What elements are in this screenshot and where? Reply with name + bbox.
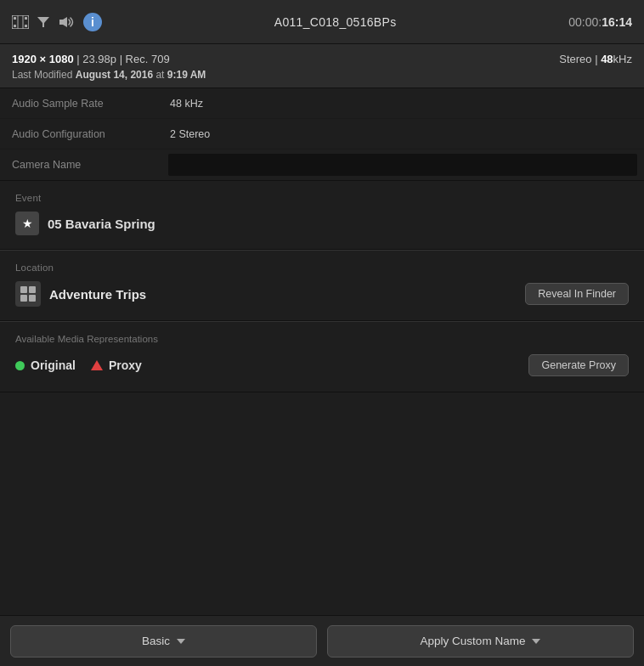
film-icon <box>12 15 29 29</box>
proxy-status-triangle <box>91 360 103 370</box>
audio-sample-rate-value: 48 kHz <box>161 91 644 116</box>
audio-config-value: 2 Stereo <box>161 121 644 147</box>
basic-label: Basic <box>142 635 170 647</box>
table-row: Audio Configuration 2 Stereo <box>0 119 644 150</box>
location-name: Adventure Trips <box>49 287 517 302</box>
camera-name-label: Camera Name <box>0 152 161 178</box>
proxy-label: Proxy <box>109 358 142 372</box>
modified-date: Last Modified August 14, 2016 at 9:19 AM <box>12 69 632 81</box>
bottom-toolbar: Basic Apply Custom Name <box>0 615 644 666</box>
reveal-in-finder-button[interactable]: Reveal In Finder <box>525 283 629 305</box>
info-icon[interactable]: i <box>83 13 102 31</box>
camera-name-field[interactable] <box>168 154 637 176</box>
svg-marker-7 <box>37 17 49 27</box>
location-grid-icon <box>20 286 36 302</box>
clip-specs: 1920 × 1080 | 23.98p | Rec. 709 <box>12 53 170 65</box>
original-label: Original <box>31 358 76 372</box>
svg-rect-4 <box>25 25 27 27</box>
info-card: 1920 × 1080 | 23.98p | Rec. 709 Stereo |… <box>0 44 644 88</box>
custom-name-label: Apply Custom Name <box>421 635 526 647</box>
event-label: Event <box>15 193 629 203</box>
audio-specs: Stereo | 48kHz <box>559 53 632 65</box>
audio-sample-rate-label: Audio Sample Rate <box>0 91 161 116</box>
table-row: Camera Name <box>0 150 644 180</box>
media-item-original: Original <box>15 358 76 372</box>
event-name: 05 Bavaria Spring <box>48 217 155 231</box>
original-status-dot <box>15 361 25 370</box>
location-content: Adventure Trips Reveal In Finder <box>15 281 629 307</box>
event-icon: ★ <box>15 212 39 235</box>
timecode: 00:00:16:14 <box>568 15 632 29</box>
media-item-proxy: Proxy <box>91 358 142 372</box>
basic-button[interactable]: Basic <box>10 625 317 658</box>
media-representations-section: Available Media Representations Original… <box>0 322 644 392</box>
location-section: Location Adventure Trips Reveal In Finde… <box>0 251 644 321</box>
clip-title: A011_C018_0516BPs <box>274 15 397 29</box>
location-label: Location <box>15 262 629 273</box>
filter-icon <box>37 17 49 27</box>
table-row: Audio Sample Rate 48 kHz <box>0 88 644 119</box>
camera-name-input-wrapper <box>161 150 644 179</box>
custom-name-chevron-icon <box>532 639 540 644</box>
svg-rect-2 <box>25 17 27 20</box>
media-items-list: Original Proxy <box>15 358 528 372</box>
media-repr-content: Original Proxy Generate Proxy <box>15 354 629 376</box>
event-section: Event ★ 05 Bavaria Spring <box>0 181 644 250</box>
svg-rect-3 <box>14 25 16 27</box>
svg-rect-1 <box>14 17 16 20</box>
audio-config-label: Audio Configuration <box>0 121 161 147</box>
header-icon-group: i <box>12 13 102 31</box>
apply-custom-name-button[interactable]: Apply Custom Name <box>327 625 634 658</box>
basic-chevron-icon <box>177 639 185 644</box>
media-repr-label: Available Media Representations <box>15 334 629 344</box>
event-content: ★ 05 Bavaria Spring <box>15 212 629 235</box>
location-icon <box>15 281 41 307</box>
audio-icon <box>58 15 75 29</box>
header-bar: i A011_C018_0516BPs 00:00:16:14 <box>0 0 644 44</box>
properties-table: Audio Sample Rate 48 kHz Audio Configura… <box>0 88 644 181</box>
svg-marker-8 <box>59 17 67 27</box>
generate-proxy-button[interactable]: Generate Proxy <box>528 354 629 376</box>
